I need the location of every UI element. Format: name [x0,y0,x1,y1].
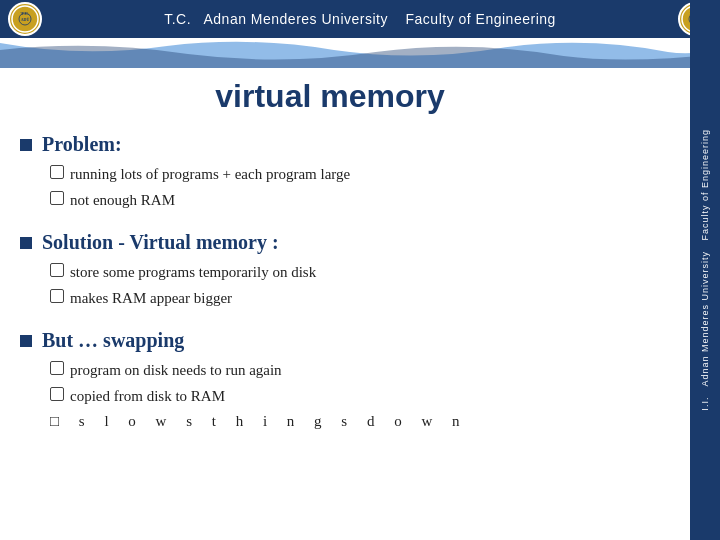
logo-circle-left: T.C. ADÜ [8,2,42,36]
right-banner: I.I. Adnan Menderes University Faculty o… [690,0,720,540]
list-item: running lots of programs + each program … [50,162,640,188]
but-sub-items: program on disk needs to run again copie… [50,358,640,435]
solution-sub-items: store some programs temporarily on disk … [50,260,640,311]
list-item: not enough RAM [50,188,640,214]
header-bar: T.C. ADÜ T.C. Adnan Menderes University … [0,0,720,38]
checkbox-icon [50,387,64,401]
list-item: program on disk needs to run again [50,358,640,384]
list-item: store some programs temporarily on disk [50,260,640,286]
checkbox-icon [50,263,64,277]
list-item: □ s l o w s t h i n g s d o w n [50,409,640,435]
list-item: makes RAM appear bigger [50,286,640,312]
checkbox-icon [50,191,64,205]
page-title: virtual memory [20,78,640,115]
header-title: T.C. Adnan Menderes University Faculty o… [164,11,556,27]
svg-text:ADÜ: ADÜ [21,17,30,22]
logo-left: T.C. ADÜ [8,2,42,36]
checkbox-icon [50,361,64,375]
section-but: But … swapping program on disk needs to … [20,329,640,435]
problem-sub-items: running lots of programs + each program … [50,162,640,213]
section-problem: Problem: running lots of programs + each… [20,133,640,213]
checkbox-icon [50,165,64,179]
bullet-problem [20,139,32,151]
bullet-solution [20,237,32,249]
checkbox-icon [50,289,64,303]
main-content: virtual memory Problem: running lots of … [0,68,690,463]
section-heading-problem: Problem: [20,133,640,156]
wave-decoration [0,38,720,68]
section-solution: Solution - Virtual memory : store some p… [20,231,640,311]
section-heading-but: But … swapping [20,329,640,352]
section-heading-solution: Solution - Virtual memory : [20,231,640,254]
bullet-but [20,335,32,347]
list-item: copied from disk to RAM [50,384,640,410]
right-banner-text: I.I. Adnan Menderes University Faculty o… [699,129,712,411]
